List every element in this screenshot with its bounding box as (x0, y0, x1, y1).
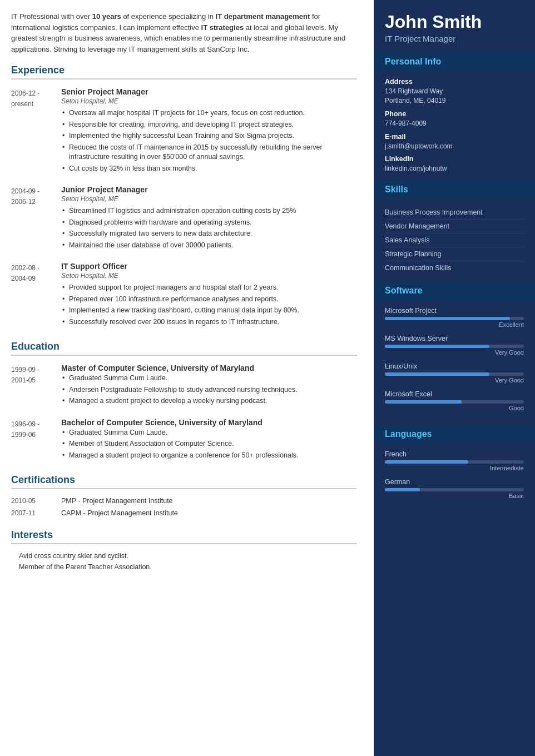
language-level: Intermediate (385, 465, 524, 471)
software-name: Microsoft Excel (385, 390, 524, 398)
list-item: Microsoft Project Excellent (385, 307, 524, 328)
skill-bar (385, 400, 524, 404)
list-item: Implemented the highly successful Lean T… (61, 131, 357, 141)
list-item: Strategic Planning (385, 247, 524, 261)
list-item: Managed a student project to develop a w… (61, 396, 357, 406)
languages-section: Languages French Intermediate German Bas… (374, 425, 535, 513)
list-item: Communication Skills (385, 261, 524, 275)
linkedin-label: LinkedIn (385, 155, 524, 163)
experience-section: Experience 2006-12 -present Senior Proje… (11, 64, 357, 329)
phone-value: 774-987-4009 (385, 119, 524, 128)
language-bar (385, 460, 524, 464)
skills-section: Skills Business Process Improvement Vend… (374, 180, 535, 281)
list-item: MS Windows Server Very Good (385, 335, 524, 356)
email-label: E-mail (385, 133, 524, 141)
skill-bar (385, 317, 524, 320)
list-item: Implemented a new tracking dashboard, cu… (61, 306, 357, 316)
list-item: Diagnosed problems with hardware and ope… (61, 218, 357, 228)
education-section: Education 1999-09 -2001-05 Master of Com… (11, 341, 357, 462)
entry-date: 2004-09 -2006-12 (11, 185, 61, 252)
entry-date: 1999-09 -2001-05 (11, 364, 61, 408)
address-label: Address (385, 78, 524, 86)
list-item: Provided support for project managers an… (61, 283, 357, 293)
skill-level: Good (385, 405, 524, 411)
software-body: Microsoft Project Excellent MS Windows S… (374, 300, 535, 425)
skill-bar-fill (385, 317, 510, 320)
email-value: j.smith@uptowork.com (385, 142, 524, 151)
right-column: John Smith IT Project Manager Personal I… (374, 0, 535, 756)
skill-bar (385, 372, 524, 376)
list-item: Graduated Summa Cum Laude. (61, 428, 357, 438)
skills-title: Skills (374, 180, 535, 199)
list-item: Oversaw all major hospital IT projects f… (61, 108, 357, 118)
candidate-name: John Smith (385, 12, 524, 32)
entry-title: IT Support Officer (61, 262, 357, 271)
entry-date: 2006-12 -present (11, 87, 61, 175)
cert-date: 2007-11 (11, 509, 61, 517)
language-bar (385, 488, 524, 491)
list-item: Member of the Parent Teacher Association… (11, 563, 357, 571)
linkedin-value: linkedin.com/johnutw (385, 164, 524, 173)
interests-title: Interests (11, 529, 357, 544)
language-bar-fill (385, 460, 468, 464)
education-title: Education (11, 341, 357, 356)
list-item: Managed a student project to organize a … (61, 451, 357, 461)
languages-title: Languages (374, 425, 535, 444)
skill-level: Excellent (385, 321, 524, 328)
cert-text: CAPM - Project Management Institute (61, 509, 178, 517)
candidate-job-title: IT Project Manager (385, 34, 524, 43)
skill-bar-fill (385, 372, 489, 376)
entry-content: Junior Project Manager Seton Hospital, M… (61, 185, 357, 252)
list-item: Member of Student Association of Compute… (61, 439, 357, 449)
skill-bar-fill (385, 400, 462, 404)
entry-subtitle: Seton Hospital, ME (61, 272, 357, 280)
entry-date: 1996-09 -1999-06 (11, 418, 61, 462)
language-level: Basic (385, 493, 524, 499)
language-name: French (385, 450, 524, 458)
entry-content: Senior Project Manager Seton Hospital, M… (61, 87, 357, 175)
list-item: Prepared over 100 infrastructure perform… (61, 295, 357, 305)
list-item: Business Process Improvement (385, 206, 524, 220)
skill-level: Very Good (385, 349, 524, 356)
list-item: Maintained the user database of over 300… (61, 241, 357, 251)
address-value: 134 Rightward WayPortland, ME, 04019 (385, 87, 524, 106)
skill-level: Very Good (385, 377, 524, 384)
entry-title: Master of Computer Science, University o… (61, 364, 357, 372)
personal-info-section: Personal Info Address 134 Rightward WayP… (374, 52, 535, 180)
entry-title: Senior Project Manager (61, 87, 357, 96)
software-name: Microsoft Project (385, 307, 524, 315)
cert-date: 2010-05 (11, 497, 61, 505)
interests-section: Interests Avid cross country skier and c… (11, 529, 357, 571)
software-title: Software (374, 281, 535, 300)
list-item: Linux/Unix Very Good (385, 362, 524, 384)
list-item: Reduced the costs of IT maintenance in 2… (61, 143, 357, 162)
software-name: MS Windows Server (385, 335, 524, 342)
table-row: 2006-12 -present Senior Project Manager … (11, 87, 357, 175)
table-row: 2007-11 CAPM - Project Management Instit… (11, 509, 357, 517)
skill-bar (385, 345, 524, 348)
list-item: Microsoft Excel Good (385, 390, 524, 411)
list-item: Graduated Summa Cum Laude. (61, 374, 357, 384)
entry-content: Master of Computer Science, University o… (61, 364, 357, 408)
software-name: Linux/Unix (385, 362, 524, 370)
entry-subtitle: Seton Hospital, ME (61, 97, 357, 105)
entry-date: 2002-08 -2004-09 (11, 262, 61, 329)
entry-title: Bachelor of Computer Science, University… (61, 418, 357, 427)
entry-content: Bachelor of Computer Science, University… (61, 418, 357, 462)
entry-bullets: Graduated Summa Cum Laude. Andersen Post… (61, 374, 357, 406)
entry-bullets: Streamlined IT logistics and administrat… (61, 206, 357, 250)
list-item: German Basic (385, 478, 524, 499)
list-item: Cut costs by 32% in less than six months… (61, 164, 357, 174)
entry-content: IT Support Officer Seton Hospital, ME Pr… (61, 262, 357, 329)
table-row: 1999-09 -2001-05 Master of Computer Scie… (11, 364, 357, 408)
list-item: Avid cross country skier and cyclist. (11, 552, 357, 560)
language-bar-fill (385, 488, 420, 491)
software-section: Software Microsoft Project Excellent MS … (374, 281, 535, 425)
summary: IT Professional with over 10 years of ex… (11, 11, 357, 54)
entry-subtitle: Seton Hospital, ME (61, 195, 357, 203)
list-item: Successfully resolved over 200 issues in… (61, 317, 357, 327)
list-item: Responsible for creating, improving, and… (61, 120, 357, 130)
list-item: French Intermediate (385, 450, 524, 471)
list-item: Streamlined IT logistics and administrat… (61, 206, 357, 216)
list-item: Vendor Management (385, 220, 524, 233)
